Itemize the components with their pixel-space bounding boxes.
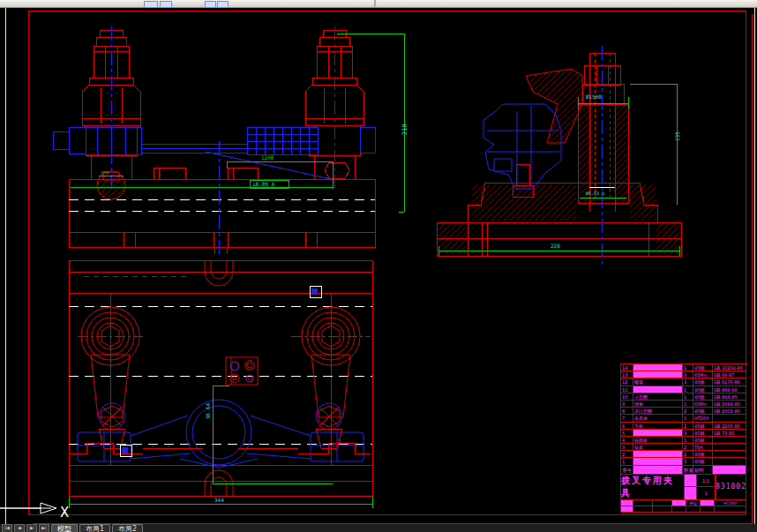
parts-cell-std bbox=[713, 444, 746, 451]
parts-cell-name: 定位键 bbox=[633, 458, 683, 465]
parts-row: 11双头螺柱145钢GB 898-88 bbox=[621, 386, 748, 393]
parts-cell-no: 3 bbox=[621, 444, 633, 451]
parts-cell-std: GB 2205-80 bbox=[713, 423, 746, 430]
tab-nav-first[interactable]: |◀ bbox=[2, 524, 12, 532]
dim-text: 344 bbox=[214, 497, 224, 503]
parts-cell-mat: HT200 bbox=[693, 415, 713, 422]
parts-cell-std: GB 2089-80 bbox=[713, 401, 746, 408]
parts-row: 9弹簧165MnGB 2089-80 bbox=[621, 401, 748, 408]
parts-cell-qty: 2 bbox=[683, 423, 693, 430]
parts-cell-std: GB 73-85 bbox=[713, 430, 746, 437]
title-block-bottom: 制图 重量 8kg 材料 HT200 审核 bbox=[621, 500, 748, 513]
drawn-name bbox=[633, 500, 653, 506]
selection-grips[interactable] bbox=[120, 286, 321, 456]
ucs-x-label: X bbox=[60, 505, 69, 521]
front-view[interactable] bbox=[53, 26, 375, 258]
tab-nav-next[interactable]: ▶ bbox=[26, 524, 37, 532]
parts-list-table: 14特制螺母145钢GB 10204-8013弹簧垫圈365MnGB 93-87… bbox=[620, 363, 748, 513]
ucs-icon: X bbox=[0, 503, 69, 521]
parts-cell-qty: 3 bbox=[683, 371, 693, 378]
front-view-annotations: 218 12H8 ⊥0.05 A 12H8 bbox=[101, 124, 408, 187]
parts-list-header: 序号 名称 数量 材料 备注 bbox=[621, 466, 748, 475]
parts-row: 12螺母345钢GB 6170-86 bbox=[621, 378, 748, 386]
parts-cell-no: 1 bbox=[621, 458, 633, 465]
parts-cell-mat: 45钢 bbox=[693, 393, 713, 401]
parts-list-rows: 14特制螺母145钢GB 10204-8013弹簧垫圈365MnGB 93-87… bbox=[621, 364, 748, 466]
dim-text: 135 bbox=[674, 131, 680, 141]
parts-cell-qty: 3 bbox=[683, 430, 693, 437]
parts-cell-no: 8 bbox=[621, 408, 633, 415]
parts-cell-no: 2 bbox=[621, 451, 633, 458]
parts-cell-mat: 45钢 bbox=[693, 437, 713, 444]
parts-cell-name: 钻套 bbox=[633, 444, 683, 451]
parts-cell-no: 10 bbox=[621, 393, 633, 401]
parts-cell-name: 小垫圈 bbox=[633, 393, 683, 401]
parts-cell-no: 7 bbox=[621, 415, 633, 422]
parts-cell-no: 9 bbox=[621, 401, 633, 408]
dim-text: 220 bbox=[551, 243, 560, 249]
parts-cell-qty: 1 bbox=[683, 386, 693, 393]
parts-cell-qty: 3 bbox=[683, 378, 693, 386]
side-view[interactable] bbox=[437, 46, 681, 265]
parts-cell-qty: 2 bbox=[683, 444, 693, 451]
parts-cell-name: 开口垫圈 bbox=[633, 408, 683, 415]
checked-date bbox=[653, 506, 672, 513]
tab-nav-prev[interactable]: ◀ bbox=[14, 524, 25, 532]
blank-cell bbox=[672, 506, 686, 513]
parts-row: 2定位销245钢 bbox=[621, 451, 748, 458]
parts-cell-std bbox=[713, 458, 746, 465]
qty-label: 数量 bbox=[685, 487, 697, 500]
parts-cell-name: 螺母 bbox=[633, 378, 683, 386]
parts-cell-qty: 1 bbox=[683, 364, 693, 371]
drawn-date bbox=[653, 500, 672, 506]
parts-row: 7夹具体1HT200 bbox=[621, 415, 748, 422]
parts-cell-name: 压板 bbox=[633, 423, 683, 430]
header-std: 备注 bbox=[713, 466, 746, 475]
tab-layout2[interactable]: 布局2 bbox=[112, 524, 143, 532]
material-value: HT200 bbox=[715, 500, 746, 506]
parts-row: 8开口垫圈245钢GB 2002-80 bbox=[621, 408, 748, 415]
tab-nav-last[interactable]: ▶| bbox=[39, 524, 49, 532]
weight-label: 重量 bbox=[672, 500, 686, 506]
dim-text: 12H8 bbox=[101, 170, 109, 175]
parts-cell-mat: 45钢 bbox=[693, 408, 713, 415]
parts-cell-mat: 45钢 bbox=[693, 423, 713, 430]
parts-cell-name: 支承钉 bbox=[633, 430, 683, 437]
tab-model[interactable]: 模型 bbox=[51, 524, 78, 532]
parts-cell-std bbox=[713, 415, 746, 422]
scale-block: 比例 1:1 数量 1 bbox=[685, 475, 716, 500]
parts-cell-std: GB 2002-80 bbox=[713, 408, 746, 415]
tab-layout1[interactable]: 布局1 bbox=[79, 524, 110, 532]
blank-cell bbox=[715, 506, 746, 513]
parts-cell-no: 4 bbox=[621, 437, 633, 444]
bushing-plate bbox=[226, 357, 258, 385]
dim-text: 12H8 bbox=[261, 154, 274, 161]
parts-cell-no: 13 bbox=[621, 371, 633, 378]
parts-cell-std: GB 93-87 bbox=[713, 371, 746, 378]
drawn-label: 制图 bbox=[621, 500, 633, 506]
parts-row: 14特制螺母145钢GB 10204-80 bbox=[621, 364, 748, 371]
parts-cell-mat: 45钢 bbox=[693, 458, 713, 465]
header-mat: 材料 bbox=[693, 466, 713, 475]
parts-cell-name: 特制螺母 bbox=[633, 364, 683, 371]
parts-cell-no: 11 bbox=[621, 386, 633, 393]
parts-cell-name: 双头螺柱 bbox=[633, 386, 683, 393]
parts-cell-qty: 1 bbox=[683, 437, 693, 444]
parts-cell-name: 夹具体 bbox=[633, 415, 683, 422]
parts-cell-mat: 45钢 bbox=[693, 386, 713, 393]
plan-view[interactable] bbox=[69, 260, 372, 496]
parts-cell-std: GB 898-88 bbox=[713, 386, 746, 393]
plan-view-dimensions bbox=[69, 386, 372, 508]
parts-row: 10小垫圈145钢GB 848-85 bbox=[621, 393, 748, 401]
drawing-number: 831002 bbox=[716, 475, 746, 500]
grip-fill bbox=[311, 288, 318, 295]
parts-row: 1定位键345钢 bbox=[621, 458, 748, 465]
title-block-main: 拨叉专用夹具 比例 1:1 数量 1 831002 bbox=[621, 475, 748, 500]
parts-cell-no: 5 bbox=[621, 430, 633, 437]
checked-label: 审核 bbox=[621, 506, 633, 513]
parts-row: 5支承钉345钢GB 73-85 bbox=[621, 430, 748, 437]
parts-cell-no: 14 bbox=[621, 364, 633, 371]
weight-value: 8kg bbox=[686, 500, 701, 506]
parts-cell-qty: 1 bbox=[683, 393, 693, 401]
parts-cell-mat: 45钢 bbox=[693, 430, 713, 437]
